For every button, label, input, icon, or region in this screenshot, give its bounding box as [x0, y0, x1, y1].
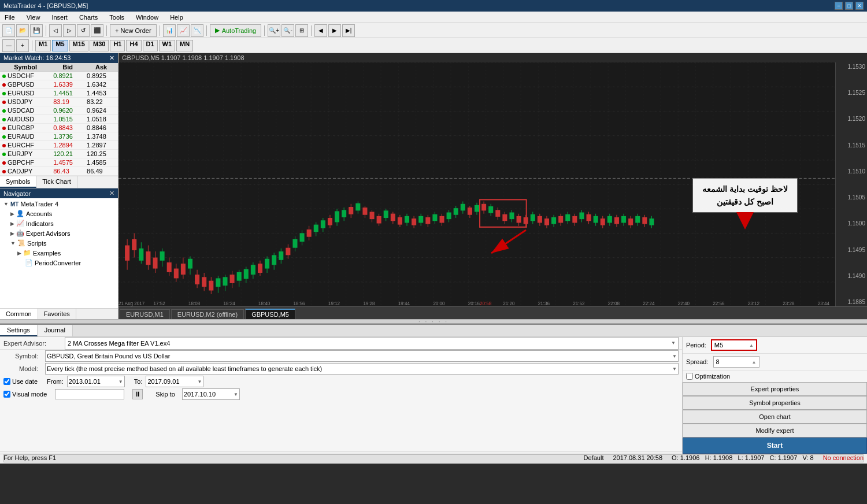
tab-common[interactable]: Common: [0, 309, 38, 319]
spread-spinner-up[interactable]: ▲: [752, 360, 757, 365]
tf-m1[interactable]: M1: [35, 40, 51, 51]
chart-type-3[interactable]: 📉: [191, 24, 203, 37]
new-button[interactable]: 📄: [2, 24, 15, 37]
symbol-dropdown[interactable]: GBPUSD, Great Britain Pound vs US Dollar…: [45, 350, 679, 362]
forward-button[interactable]: ▷: [63, 24, 76, 37]
market-watch-close[interactable]: ✕: [109, 54, 114, 62]
use-date-checkbox[interactable]: [3, 378, 10, 385]
menu-help[interactable]: Help: [168, 13, 186, 22]
model-dropdown[interactable]: Every tick (the most precise method base…: [45, 363, 679, 375]
stop-button[interactable]: ⬛: [91, 24, 103, 37]
market-watch-row[interactable]: EURAUD 1.3736 1.3748: [0, 132, 118, 141]
tf-m15[interactable]: M15: [69, 40, 88, 51]
back-button[interactable]: ◁: [49, 24, 62, 37]
market-watch-row[interactable]: EURCHF 1.2894 1.2897: [0, 141, 118, 150]
properties-button[interactable]: ⊞: [295, 24, 308, 37]
mt4-icon: MT: [10, 201, 18, 207]
autotrading-button[interactable]: ▶ AutoTrading: [210, 24, 262, 37]
close-button[interactable]: ✕: [855, 2, 864, 10]
tree-accounts[interactable]: ▶ 👤 Accounts: [1, 209, 117, 218]
modify-expert-button[interactable]: Modify expert: [683, 424, 867, 438]
line-tool[interactable]: —: [2, 39, 15, 52]
chart-type-2[interactable]: 📈: [177, 24, 190, 37]
strategy-tester-panel: Settings Journal Expert Advisor: 2 MA Cr…: [0, 324, 867, 451]
tf-h1[interactable]: H1: [110, 40, 125, 51]
symbol-cell: EURJPY: [0, 150, 51, 158]
tree-expert-advisors[interactable]: ▶ 🤖 Expert Advisors: [1, 228, 117, 238]
period-dropdown[interactable]: M5 ▲: [711, 339, 757, 351]
chart-tab-eurusd-m1[interactable]: EURUSD,M1: [120, 309, 170, 319]
strategy-tester-layout: Expert Advisor: 2 MA Crosses Mega filter…: [0, 337, 867, 454]
tab-symbols[interactable]: Symbols: [0, 176, 36, 188]
svg-text:18:56: 18:56: [293, 301, 305, 306]
optimization-checkbox[interactable]: [686, 373, 693, 380]
tf-w1[interactable]: W1: [159, 40, 176, 51]
menu-file[interactable]: File: [2, 13, 17, 22]
tab-favorites[interactable]: Favorites: [38, 309, 76, 319]
expert-properties-button[interactable]: Expert properties: [683, 382, 867, 396]
chart-type-1[interactable]: 📊: [163, 24, 176, 37]
open-chart-button[interactable]: Open chart: [683, 410, 867, 424]
refresh-button[interactable]: ↺: [77, 24, 90, 37]
zoom-in-button[interactable]: 🔍+: [268, 24, 280, 37]
tree-period-converter[interactable]: 📄 PeriodConverter: [1, 258, 117, 268]
to-date-input[interactable]: 2017.09.01 ▼: [146, 376, 203, 387]
tf-m30[interactable]: M30: [90, 40, 109, 51]
tf-h4[interactable]: H4: [126, 40, 141, 51]
start-button[interactable]: Start: [683, 438, 867, 454]
market-watch-row[interactable]: USDCHF 0.8921 0.8925: [0, 72, 118, 80]
speed-slider[interactable]: [55, 389, 124, 399]
menu-window[interactable]: Window: [134, 13, 161, 22]
scroll-left[interactable]: ◀: [314, 24, 327, 37]
chart-tab-gbpusd-m5[interactable]: GBPUSD,M5: [245, 309, 295, 319]
tab-settings[interactable]: Settings: [0, 325, 38, 336]
scroll-right[interactable]: ▶: [328, 24, 341, 37]
chart-canvas[interactable]: 21 Aug 2017 17:52 18:08 18:24 18:40 18:5…: [118, 62, 867, 306]
from-date-input[interactable]: 2013.01.01 ▼: [67, 376, 125, 387]
minimize-button[interactable]: −: [835, 2, 843, 10]
market-watch-row[interactable]: CADJPY 86.43 86.49: [0, 167, 118, 176]
chart-tab-eurusd-m2[interactable]: EURUSD,M2 (offline): [171, 309, 244, 319]
spread-input[interactable]: 8 ▲: [713, 356, 759, 368]
market-watch-row[interactable]: GBPCHF 1.4575 1.4585: [0, 158, 118, 167]
navigator-close-button[interactable]: ✕: [109, 190, 114, 197]
v-label: V:: [802, 454, 808, 461]
menu-charts[interactable]: Charts: [77, 13, 100, 22]
tf-mn[interactable]: MN: [176, 40, 193, 51]
tf-m5[interactable]: M5: [52, 40, 68, 51]
ea-selector-dropdown[interactable]: 2 MA Crosses Mega filter EA V1.ex4 ▼: [65, 337, 679, 350]
tree-examples[interactable]: ▶ 📁 Examples: [1, 248, 117, 258]
open-button[interactable]: 📂: [16, 24, 29, 37]
market-watch-row[interactable]: USDCAD 0.9620 0.9624: [0, 106, 118, 115]
tab-journal[interactable]: Journal: [38, 325, 73, 336]
tf-d1[interactable]: D1: [143, 40, 158, 51]
maximize-button[interactable]: □: [845, 2, 853, 10]
market-watch-row[interactable]: EURUSD 1.4451 1.4453: [0, 89, 118, 98]
market-watch-row[interactable]: AUDUSD 1.0515 1.0518: [0, 115, 118, 124]
symbol-properties-button[interactable]: Symbol properties: [683, 396, 867, 410]
menu-tools[interactable]: Tools: [107, 13, 127, 22]
zoom-out-button[interactable]: 🔍-: [281, 24, 294, 37]
svg-rect-163: [649, 218, 654, 225]
pause-button[interactable]: ⏸: [132, 389, 143, 399]
scroll-end[interactable]: ▶|: [342, 24, 355, 37]
crosshair-tool[interactable]: +: [16, 39, 29, 52]
tree-scripts[interactable]: ▼ 📜 Scripts: [1, 238, 117, 248]
market-watch-row[interactable]: GBPUSD 1.6339 1.6342: [0, 80, 118, 89]
period-spinner-up[interactable]: ▲: [749, 343, 754, 348]
tab-tick-chart[interactable]: Tick Chart: [36, 176, 77, 188]
menu-view[interactable]: View: [24, 13, 43, 22]
tree-metatrader4[interactable]: ▼ MT MetaTrader 4: [1, 199, 117, 209]
skip-to-input[interactable]: 2017.10.10 ▼: [182, 388, 240, 400]
bid-cell: 1.2894: [51, 141, 84, 150]
new-order-button[interactable]: + New Order: [110, 24, 157, 37]
menu-insert[interactable]: Insert: [49, 13, 70, 22]
save-button[interactable]: 💾: [30, 24, 43, 37]
market-watch-row[interactable]: USDJPY 83.19 83.22: [0, 98, 118, 106]
visual-mode-checkbox[interactable]: [3, 391, 10, 398]
timestamp: 2017.08.31 20:58: [613, 454, 662, 461]
market-watch-row[interactable]: EURJPY 120.21 120.25: [0, 150, 118, 158]
tree-indicators[interactable]: ▶ 📈 Indicators: [1, 218, 117, 228]
market-watch-row[interactable]: EURGBP 0.8843 0.8846: [0, 124, 118, 132]
resize-handle[interactable]: · · · · ·: [0, 319, 867, 324]
